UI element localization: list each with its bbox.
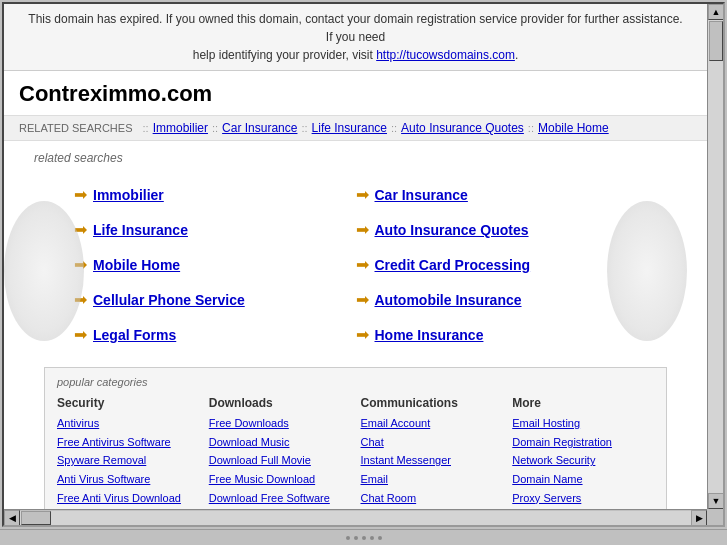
banner-text1: This domain has expired. If you owned th… <box>28 12 682 44</box>
link-proxy-servers[interactable]: Proxy Servers <box>512 489 654 508</box>
popular-categories-grid: Security Antivirus Free Antivirus Softwa… <box>57 396 654 507</box>
list-item: ➡ Home Insurance <box>356 317 638 352</box>
circle-decoration-right <box>607 201 687 341</box>
arrow-icon: ➡ <box>356 185 369 204</box>
link-chat[interactable]: Chat <box>361 433 503 452</box>
popular-categories-title: popular categories <box>57 376 654 388</box>
related-searches-bar: RELATED SEARCHES :: Immobilier :: Car In… <box>4 115 707 141</box>
arrow-icon: ➡ <box>356 255 369 274</box>
related-searches-label: related searches <box>34 151 677 165</box>
category-communications: Communications Email Account Chat Instan… <box>361 396 503 507</box>
scroll-track-horizontal <box>20 511 691 525</box>
link-download-music[interactable]: Download Music <box>209 433 351 452</box>
rs-bar-item-1[interactable]: Car Insurance <box>222 121 297 135</box>
domain-title: Contreximmo.com <box>4 71 707 115</box>
list-item: ➡ Credit Card Processing <box>356 247 638 282</box>
link-chat-room[interactable]: Chat Room <box>361 489 503 508</box>
rs-bar-item-2[interactable]: Life Insurance <box>312 121 387 135</box>
arrow-icon: ➡ <box>74 185 87 204</box>
search-link-car-insurance[interactable]: Car Insurance <box>375 187 468 203</box>
main-area: related searches ➡ Immobilier ➡ Car Insu… <box>4 141 707 525</box>
list-item: ➡ Cellular Phone Service <box>74 282 356 317</box>
arrow-icon: ➡ <box>356 325 369 344</box>
scroll-down-button[interactable]: ▼ <box>708 493 724 509</box>
list-item: ➡ Automobile Insurance <box>356 282 638 317</box>
bottom-bar <box>0 529 727 545</box>
link-domain-name[interactable]: Domain Name <box>512 470 654 489</box>
link-email-account[interactable]: Email Account <box>361 414 503 433</box>
scroll-dot <box>346 536 350 540</box>
list-item: ➡ Immobilier <box>74 177 356 212</box>
scroll-track-vertical <box>708 20 723 493</box>
search-link-legal[interactable]: Legal Forms <box>93 327 176 343</box>
arrow-icon: ➡ <box>356 220 369 239</box>
link-instant-messenger[interactable]: Instant Messenger <box>361 451 503 470</box>
search-link-cellular[interactable]: Cellular Phone Service <box>93 292 245 308</box>
expired-banner: This domain has expired. If you owned th… <box>4 4 707 71</box>
scrollbar-corner <box>707 509 723 525</box>
search-link-credit-card[interactable]: Credit Card Processing <box>375 257 531 273</box>
rs-bar-label: RELATED SEARCHES <box>19 122 133 134</box>
link-email[interactable]: Email <box>361 470 503 489</box>
list-item: ➡ Car Insurance <box>356 177 638 212</box>
link-network-security[interactable]: Network Security <box>512 451 654 470</box>
link-spyware[interactable]: Spyware Removal <box>57 451 199 470</box>
scroll-thumb-horizontal[interactable] <box>21 511 51 525</box>
rs-bar-item-4[interactable]: Mobile Home <box>538 121 609 135</box>
popular-categories: popular categories Security Antivirus Fr… <box>44 367 667 516</box>
horizontal-scrollbar[interactable]: ◀ ▶ <box>4 509 707 525</box>
rs-bar-item-3[interactable]: Auto Insurance Quotes <box>401 121 524 135</box>
list-item: ➡ Life Insurance <box>74 212 356 247</box>
link-free-downloads[interactable]: Free Downloads <box>209 414 351 433</box>
scroll-dot <box>354 536 358 540</box>
search-link-immobilier[interactable]: Immobilier <box>93 187 164 203</box>
list-item: ➡ Legal Forms <box>74 317 356 352</box>
category-communications-heading: Communications <box>361 396 503 410</box>
category-more-heading: More <box>512 396 654 410</box>
banner-text2: help identifying your provider, visit <box>193 48 376 62</box>
vertical-scrollbar[interactable]: ▲ ▼ <box>707 4 723 509</box>
link-free-antivirus-download[interactable]: Free Anti Virus Download <box>57 489 199 508</box>
scroll-right-button[interactable]: ▶ <box>691 510 707 526</box>
link-free-antivirus[interactable]: Free Antivirus Software <box>57 433 199 452</box>
scroll-dot <box>362 536 366 540</box>
list-item: ➡ Mobile Home <box>74 247 356 282</box>
scroll-dot <box>370 536 374 540</box>
category-downloads-heading: Downloads <box>209 396 351 410</box>
arrow-icon: ➡ <box>356 290 369 309</box>
link-antivirus[interactable]: Antivirus <box>57 414 199 433</box>
search-link-auto-insurance[interactable]: Auto Insurance Quotes <box>375 222 529 238</box>
scroll-left-button[interactable]: ◀ <box>4 510 20 526</box>
search-link-automobile[interactable]: Automobile Insurance <box>375 292 522 308</box>
link-antivirus-software[interactable]: Anti Virus Software <box>57 470 199 489</box>
link-domain-registration[interactable]: Domain Registration <box>512 433 654 452</box>
category-security-heading: Security <box>57 396 199 410</box>
search-link-home-insurance[interactable]: Home Insurance <box>375 327 484 343</box>
link-free-music[interactable]: Free Music Download <box>209 470 351 489</box>
category-more: More Email Hosting Domain Registration N… <box>512 396 654 507</box>
link-download-movie[interactable]: Download Full Movie <box>209 451 351 470</box>
category-downloads: Downloads Free Downloads Download Music … <box>209 396 351 507</box>
tucows-link[interactable]: http://tucowsdomains.com <box>376 48 515 62</box>
category-security: Security Antivirus Free Antivirus Softwa… <box>57 396 199 507</box>
search-link-mobile-home[interactable]: Mobile Home <box>93 257 180 273</box>
search-link-life-insurance[interactable]: Life Insurance <box>93 222 188 238</box>
link-download-software[interactable]: Download Free Software <box>209 489 351 508</box>
scroll-thumb-vertical[interactable] <box>709 21 723 61</box>
link-email-hosting[interactable]: Email Hosting <box>512 414 654 433</box>
scroll-dot <box>378 536 382 540</box>
circle-decoration-left <box>4 201 84 341</box>
arrow-icon: ➡ <box>74 325 87 344</box>
scroll-up-button[interactable]: ▲ <box>708 4 724 20</box>
list-item: ➡ Auto Insurance Quotes <box>356 212 638 247</box>
rs-bar-item-0[interactable]: Immobilier <box>153 121 208 135</box>
search-links-grid: ➡ Immobilier ➡ Car Insurance ➡ Life Insu… <box>74 177 637 352</box>
